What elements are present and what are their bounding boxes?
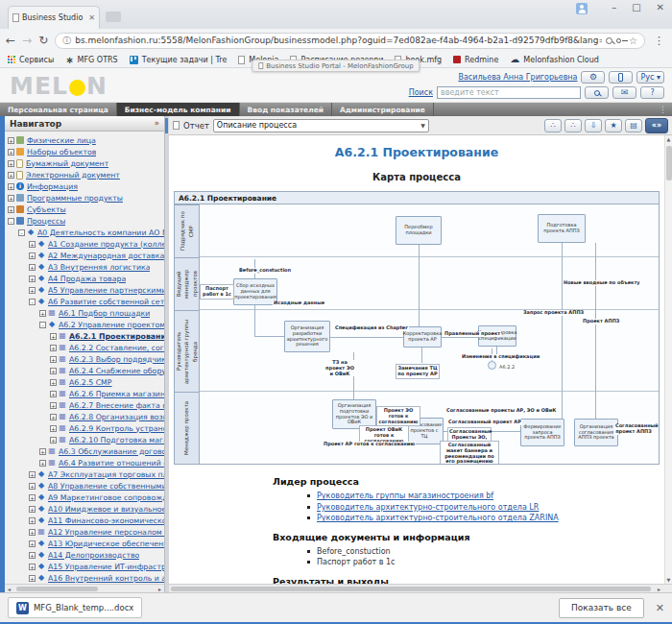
tree-link[interactable]: A0 Деятельность компании АО Мэлон Фэшн Г…: [37, 228, 164, 237]
expand-toggle-icon[interactable]: +: [8, 195, 14, 202]
report-type-select[interactable]: Описание процесса ▼: [213, 119, 429, 132]
page-info-icon[interactable]: ⓘ: [62, 35, 71, 47]
expand-toggle-icon[interactable]: +: [8, 149, 14, 156]
process-box[interactable]: Переобмер площадки: [396, 216, 442, 245]
nav-tab-бизнес-модель[interactable]: Бизнес-модель компании: [117, 103, 240, 116]
expand-toggle-icon[interactable]: +: [29, 552, 36, 559]
tree-link[interactable]: A14 Делопроизводство: [48, 551, 139, 560]
bookmark-item[interactable]: ☁Melonfashion Cloud: [510, 55, 599, 64]
tree-link[interactable]: A6.2.3 Выбор подрядчика СМР: [69, 355, 164, 364]
search-input[interactable]: [437, 86, 581, 99]
tree-link[interactable]: A4 Продажа товара: [48, 275, 126, 283]
open-diagram-button[interactable]: ∴: [564, 119, 582, 132]
expand-toggle-icon[interactable]: +: [50, 333, 57, 340]
expand-toggle-icon[interactable]: +: [29, 494, 36, 501]
expand-toggle-icon[interactable]: +: [8, 172, 14, 179]
expand-toggle-icon[interactable]: +: [29, 540, 36, 547]
tree-link[interactable]: A11 Финансово-экономическое управление и…: [48, 516, 164, 525]
expand-toggle-icon[interactable]: +: [8, 137, 14, 144]
expand-toggle-icon[interactable]: +: [8, 183, 14, 190]
expand-toggle-icon[interactable]: +: [50, 356, 57, 363]
expand-toggle-icon[interactable]: +: [29, 564, 36, 570]
expand-toggle-icon[interactable]: +: [50, 345, 57, 351]
back-button[interactable]: ←: [6, 35, 15, 46]
expand-toggle-icon[interactable]: +: [50, 425, 57, 432]
tree-link[interactable]: A6.2.4 Снабжение оборудованием и материа…: [69, 367, 164, 375]
expand-toggle-icon[interactable]: +: [29, 252, 36, 259]
scroll-left-icon[interactable]: ◂: [5, 586, 13, 592]
tree-link[interactable]: A15 Управление ИТ-инфраструктурой: [48, 563, 164, 571]
expand-toggle-icon[interactable]: +: [50, 379, 57, 386]
bookmark-item[interactable]: Redmine: [453, 56, 498, 64]
expand-toggle-icon[interactable]: +: [29, 529, 36, 536]
expand-toggle-icon[interactable]: +: [50, 437, 57, 444]
collapse-toggle-icon[interactable]: -: [8, 218, 14, 225]
process-box[interactable]: Подготовка проекта АППЗ: [538, 214, 586, 243]
navigator-hscroll-thumb[interactable]: [16, 587, 98, 591]
tree-link[interactable]: A5 Управление партнерскими отношениями: [48, 286, 164, 295]
address-bar[interactable]: ⓘ bs.melonfashion.ru:5558/MelonFashionGr…: [55, 33, 645, 49]
expand-toggle-icon[interactable]: +: [8, 206, 14, 213]
search-label-link[interactable]: Поиск: [409, 88, 433, 97]
scroll-right-icon[interactable]: ▸: [156, 586, 164, 592]
downloaded-file-chip[interactable]: W MFG_Blank_temp....docx: [8, 597, 142, 618]
process-box[interactable]: Сбор исходных данных для проектирования: [233, 278, 277, 305]
reload-button[interactable]: ↻: [38, 35, 48, 46]
tree-link[interactable]: A6.2 Управление проектом открытия магази…: [59, 321, 164, 329]
close-download-bar-icon[interactable]: ✕: [656, 602, 664, 614]
tree-link[interactable]: A6.2.10 Подготовка магазина к открытию: [69, 436, 164, 444]
nav-overflow-icon[interactable]: ⋮: [654, 103, 672, 116]
content-vscrollbar[interactable]: ▲ ▼: [664, 135, 672, 584]
tree-link[interactable]: A6.4 Развитие отношений с арендодателями: [59, 459, 164, 468]
bookmark-item[interactable]: Текущие задачи | Tre: [130, 56, 228, 64]
tree-link[interactable]: A2 Международная доставка: [48, 252, 164, 260]
tree-link[interactable]: Программные продукты: [27, 194, 123, 203]
tree-link[interactable]: A6.2.5 СМР: [69, 378, 112, 387]
tree-link[interactable]: A1 Создание продукта (коллекции): [48, 240, 164, 249]
collapse-toggle-icon[interactable]: -: [18, 229, 25, 236]
zoom-icon[interactable]: [606, 37, 612, 44]
show-all-downloads-button[interactable]: Показать все: [559, 598, 644, 618]
tree-link[interactable]: A16 Внутренний контроль и аудит: [48, 574, 164, 583]
expand-toggle-icon[interactable]: +: [50, 402, 57, 409]
content-vscroll-thumb[interactable]: [666, 146, 672, 180]
expand-toggle-icon[interactable]: +: [29, 264, 36, 271]
nav-tab-администрирование[interactable]: Администрирование: [332, 103, 434, 116]
language-dropdown[interactable]: Рус ▾: [636, 71, 664, 84]
scroll-right-icon[interactable]: ▸: [655, 586, 663, 592]
tree-link[interactable]: Информация: [27, 182, 78, 191]
tree-link[interactable]: Наборы объектов: [27, 148, 96, 156]
tree-link[interactable]: Субъекты: [27, 205, 66, 214]
user-name-link[interactable]: Васильева Анна Григорьевна: [458, 73, 577, 82]
tree-link[interactable]: A6.2.6 Приемка магазина: [69, 390, 164, 398]
tree-link[interactable]: A3 Внутренняя логистика: [48, 263, 150, 272]
browser-tab[interactable]: Business Studio Portal А ✕: [8, 6, 100, 29]
export-report-button[interactable]: ∴: [544, 119, 562, 132]
expand-toggle-icon[interactable]: +: [29, 506, 36, 513]
favorites-button[interactable]: ★: [605, 119, 622, 132]
section-link[interactable]: Руководитель архитектурно-строительного …: [317, 514, 559, 522]
tree-link[interactable]: A8 Управление собственными каналами: [48, 482, 164, 491]
tree-link[interactable]: A6.2.7 Внесение факта сметы: [69, 401, 164, 410]
collapse-toggle-icon[interactable]: -: [29, 299, 36, 305]
collapse-toggle-icon[interactable]: -: [39, 322, 46, 328]
tree-link[interactable]: A13 Юридическое обеспечение: [48, 540, 164, 548]
expand-toggle-icon[interactable]: +: [8, 160, 14, 167]
tab-close-icon[interactable]: ✕: [88, 13, 95, 22]
scroll-up-icon[interactable]: ▲: [667, 135, 671, 143]
process-box[interactable]: Организация согласования АППЗ проекта: [574, 419, 618, 446]
expand-toggle-icon[interactable]: +: [39, 448, 46, 455]
mobile-version-button[interactable]: [609, 71, 633, 84]
key-icon[interactable]: [616, 38, 621, 43]
expand-toggle-icon[interactable]: +: [29, 287, 36, 294]
print-button[interactable]: ▤: [625, 119, 642, 132]
process-box[interactable]: Корректировка проекта АР: [403, 326, 442, 348]
expand-toggle-icon[interactable]: +: [29, 241, 36, 248]
expand-toggle-icon[interactable]: +: [50, 414, 57, 420]
scroll-down-icon[interactable]: ▼: [667, 576, 671, 584]
forward-button[interactable]: →: [22, 35, 32, 46]
profile-icon[interactable]: [576, 3, 588, 14]
expand-toggle-icon[interactable]: +: [50, 368, 57, 374]
window-maximize-button[interactable]: □: [632, 2, 640, 12]
expand-toggle-icon[interactable]: +: [39, 310, 46, 317]
